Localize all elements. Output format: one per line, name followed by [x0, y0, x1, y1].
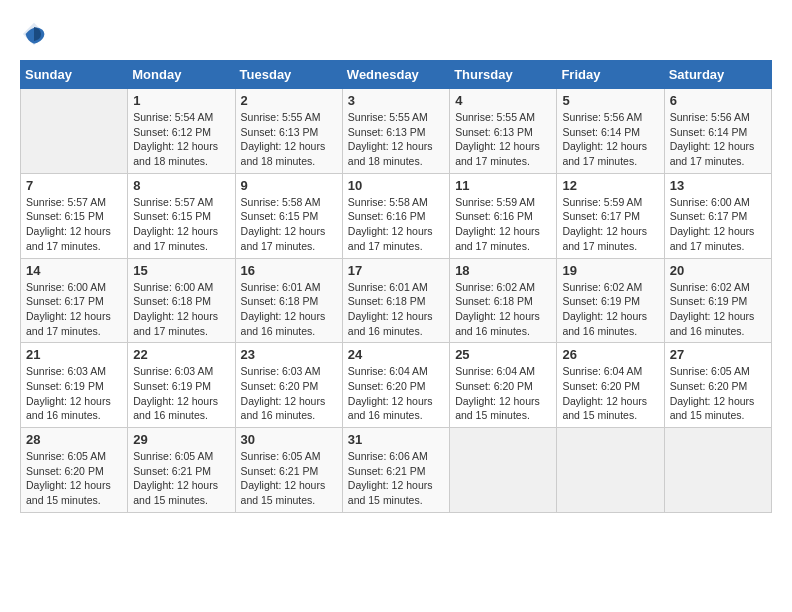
day-number: 20 [670, 263, 766, 278]
day-number: 13 [670, 178, 766, 193]
day-info: Sunrise: 5:56 AM Sunset: 6:14 PM Dayligh… [670, 110, 766, 169]
calendar-cell: 5Sunrise: 5:56 AM Sunset: 6:14 PM Daylig… [557, 89, 664, 174]
day-info: Sunrise: 5:58 AM Sunset: 6:16 PM Dayligh… [348, 195, 444, 254]
day-number: 18 [455, 263, 551, 278]
day-info: Sunrise: 5:59 AM Sunset: 6:16 PM Dayligh… [455, 195, 551, 254]
day-number: 24 [348, 347, 444, 362]
day-info: Sunrise: 6:01 AM Sunset: 6:18 PM Dayligh… [348, 280, 444, 339]
calendar-cell: 1Sunrise: 5:54 AM Sunset: 6:12 PM Daylig… [128, 89, 235, 174]
day-number: 21 [26, 347, 122, 362]
calendar-cell: 10Sunrise: 5:58 AM Sunset: 6:16 PM Dayli… [342, 173, 449, 258]
day-number: 19 [562, 263, 658, 278]
calendar-cell: 6Sunrise: 5:56 AM Sunset: 6:14 PM Daylig… [664, 89, 771, 174]
day-info: Sunrise: 6:05 AM Sunset: 6:21 PM Dayligh… [241, 449, 337, 508]
day-info: Sunrise: 6:05 AM Sunset: 6:21 PM Dayligh… [133, 449, 229, 508]
day-info: Sunrise: 5:55 AM Sunset: 6:13 PM Dayligh… [348, 110, 444, 169]
day-info: Sunrise: 5:55 AM Sunset: 6:13 PM Dayligh… [455, 110, 551, 169]
calendar-header-row: SundayMondayTuesdayWednesdayThursdayFrid… [21, 61, 772, 89]
calendar-cell: 29Sunrise: 6:05 AM Sunset: 6:21 PM Dayli… [128, 428, 235, 513]
day-number: 23 [241, 347, 337, 362]
calendar-cell: 26Sunrise: 6:04 AM Sunset: 6:20 PM Dayli… [557, 343, 664, 428]
calendar-cell: 17Sunrise: 6:01 AM Sunset: 6:18 PM Dayli… [342, 258, 449, 343]
calendar-cell: 24Sunrise: 6:04 AM Sunset: 6:20 PM Dayli… [342, 343, 449, 428]
day-info: Sunrise: 6:02 AM Sunset: 6:19 PM Dayligh… [562, 280, 658, 339]
day-number: 7 [26, 178, 122, 193]
col-header-wednesday: Wednesday [342, 61, 449, 89]
day-info: Sunrise: 5:55 AM Sunset: 6:13 PM Dayligh… [241, 110, 337, 169]
calendar-cell [21, 89, 128, 174]
calendar-cell [450, 428, 557, 513]
day-info: Sunrise: 6:06 AM Sunset: 6:21 PM Dayligh… [348, 449, 444, 508]
day-number: 12 [562, 178, 658, 193]
day-info: Sunrise: 6:00 AM Sunset: 6:18 PM Dayligh… [133, 280, 229, 339]
day-number: 28 [26, 432, 122, 447]
day-number: 22 [133, 347, 229, 362]
day-number: 2 [241, 93, 337, 108]
calendar-cell: 4Sunrise: 5:55 AM Sunset: 6:13 PM Daylig… [450, 89, 557, 174]
day-number: 11 [455, 178, 551, 193]
col-header-monday: Monday [128, 61, 235, 89]
calendar-cell: 8Sunrise: 5:57 AM Sunset: 6:15 PM Daylig… [128, 173, 235, 258]
calendar-cell: 25Sunrise: 6:04 AM Sunset: 6:20 PM Dayli… [450, 343, 557, 428]
calendar-cell: 18Sunrise: 6:02 AM Sunset: 6:18 PM Dayli… [450, 258, 557, 343]
calendar-table: SundayMondayTuesdayWednesdayThursdayFrid… [20, 60, 772, 513]
col-header-saturday: Saturday [664, 61, 771, 89]
day-number: 29 [133, 432, 229, 447]
day-info: Sunrise: 5:54 AM Sunset: 6:12 PM Dayligh… [133, 110, 229, 169]
day-info: Sunrise: 6:03 AM Sunset: 6:19 PM Dayligh… [133, 364, 229, 423]
day-info: Sunrise: 6:02 AM Sunset: 6:19 PM Dayligh… [670, 280, 766, 339]
calendar-cell: 27Sunrise: 6:05 AM Sunset: 6:20 PM Dayli… [664, 343, 771, 428]
col-header-sunday: Sunday [21, 61, 128, 89]
day-number: 14 [26, 263, 122, 278]
day-number: 3 [348, 93, 444, 108]
day-number: 5 [562, 93, 658, 108]
calendar-cell: 2Sunrise: 5:55 AM Sunset: 6:13 PM Daylig… [235, 89, 342, 174]
header [20, 20, 772, 48]
day-number: 16 [241, 263, 337, 278]
calendar-cell [664, 428, 771, 513]
calendar-cell [557, 428, 664, 513]
day-info: Sunrise: 5:59 AM Sunset: 6:17 PM Dayligh… [562, 195, 658, 254]
day-info: Sunrise: 5:57 AM Sunset: 6:15 PM Dayligh… [133, 195, 229, 254]
day-info: Sunrise: 5:56 AM Sunset: 6:14 PM Dayligh… [562, 110, 658, 169]
day-info: Sunrise: 6:05 AM Sunset: 6:20 PM Dayligh… [26, 449, 122, 508]
day-info: Sunrise: 6:04 AM Sunset: 6:20 PM Dayligh… [562, 364, 658, 423]
calendar-cell: 14Sunrise: 6:00 AM Sunset: 6:17 PM Dayli… [21, 258, 128, 343]
day-info: Sunrise: 6:02 AM Sunset: 6:18 PM Dayligh… [455, 280, 551, 339]
calendar-cell: 13Sunrise: 6:00 AM Sunset: 6:17 PM Dayli… [664, 173, 771, 258]
calendar-cell: 16Sunrise: 6:01 AM Sunset: 6:18 PM Dayli… [235, 258, 342, 343]
day-info: Sunrise: 6:03 AM Sunset: 6:19 PM Dayligh… [26, 364, 122, 423]
day-number: 6 [670, 93, 766, 108]
day-info: Sunrise: 6:00 AM Sunset: 6:17 PM Dayligh… [26, 280, 122, 339]
calendar-cell: 30Sunrise: 6:05 AM Sunset: 6:21 PM Dayli… [235, 428, 342, 513]
calendar-cell: 23Sunrise: 6:03 AM Sunset: 6:20 PM Dayli… [235, 343, 342, 428]
day-info: Sunrise: 6:04 AM Sunset: 6:20 PM Dayligh… [348, 364, 444, 423]
calendar-week-4: 21Sunrise: 6:03 AM Sunset: 6:19 PM Dayli… [21, 343, 772, 428]
day-info: Sunrise: 6:05 AM Sunset: 6:20 PM Dayligh… [670, 364, 766, 423]
calendar-cell: 28Sunrise: 6:05 AM Sunset: 6:20 PM Dayli… [21, 428, 128, 513]
calendar-cell: 9Sunrise: 5:58 AM Sunset: 6:15 PM Daylig… [235, 173, 342, 258]
day-info: Sunrise: 6:00 AM Sunset: 6:17 PM Dayligh… [670, 195, 766, 254]
day-number: 25 [455, 347, 551, 362]
calendar-cell: 7Sunrise: 5:57 AM Sunset: 6:15 PM Daylig… [21, 173, 128, 258]
day-number: 17 [348, 263, 444, 278]
calendar-cell: 19Sunrise: 6:02 AM Sunset: 6:19 PM Dayli… [557, 258, 664, 343]
calendar-cell: 12Sunrise: 5:59 AM Sunset: 6:17 PM Dayli… [557, 173, 664, 258]
logo-icon [20, 20, 48, 48]
day-number: 4 [455, 93, 551, 108]
calendar-cell: 22Sunrise: 6:03 AM Sunset: 6:19 PM Dayli… [128, 343, 235, 428]
day-info: Sunrise: 6:01 AM Sunset: 6:18 PM Dayligh… [241, 280, 337, 339]
day-info: Sunrise: 5:58 AM Sunset: 6:15 PM Dayligh… [241, 195, 337, 254]
day-info: Sunrise: 6:03 AM Sunset: 6:20 PM Dayligh… [241, 364, 337, 423]
col-header-thursday: Thursday [450, 61, 557, 89]
day-number: 1 [133, 93, 229, 108]
calendar-cell: 11Sunrise: 5:59 AM Sunset: 6:16 PM Dayli… [450, 173, 557, 258]
page: SundayMondayTuesdayWednesdayThursdayFrid… [0, 0, 792, 533]
day-number: 26 [562, 347, 658, 362]
calendar-cell: 21Sunrise: 6:03 AM Sunset: 6:19 PM Dayli… [21, 343, 128, 428]
calendar-week-5: 28Sunrise: 6:05 AM Sunset: 6:20 PM Dayli… [21, 428, 772, 513]
day-number: 8 [133, 178, 229, 193]
day-number: 31 [348, 432, 444, 447]
col-header-friday: Friday [557, 61, 664, 89]
day-number: 10 [348, 178, 444, 193]
